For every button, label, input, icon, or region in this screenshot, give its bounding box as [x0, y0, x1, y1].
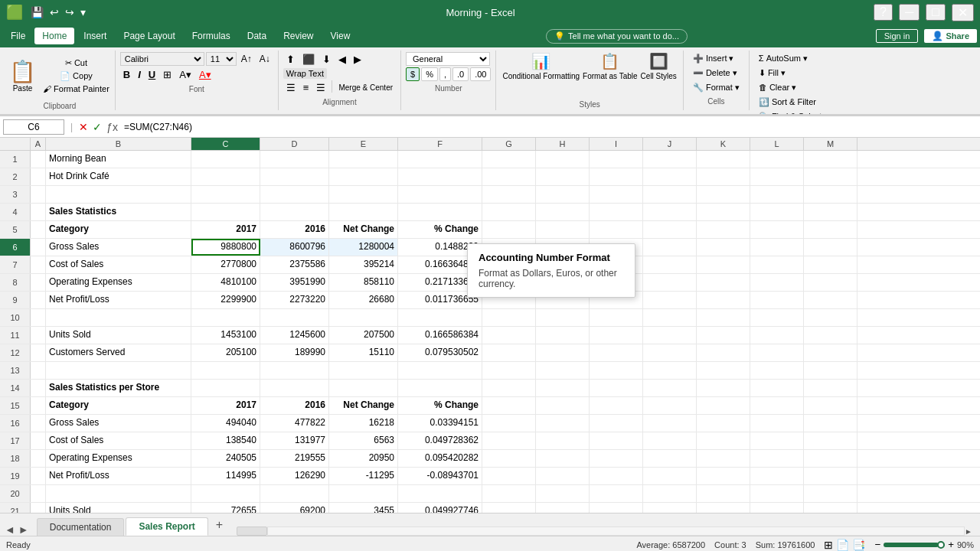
cell-j16[interactable] — [643, 415, 697, 432]
col-header-G[interactable]: G — [482, 138, 536, 150]
insert-function-icon[interactable]: ƒx — [106, 121, 118, 133]
cell-i1[interactable] — [590, 151, 643, 168]
cell-g4[interactable] — [482, 204, 536, 220]
cell-j3[interactable] — [643, 186, 697, 203]
cell-i19[interactable] — [590, 468, 643, 484]
formula-input[interactable] — [121, 122, 977, 132]
cell-m14[interactable] — [804, 380, 858, 396]
decrease-decimal-button[interactable]: .00 — [470, 67, 491, 81]
cell-c3[interactable] — [191, 186, 260, 203]
cell-i14[interactable] — [590, 380, 643, 396]
add-sheet-button[interactable]: + — [210, 516, 229, 534]
fill-color-button[interactable]: A▾ — [176, 67, 194, 82]
cell-c13[interactable] — [191, 362, 260, 379]
cell-g16[interactable] — [482, 415, 536, 432]
cell-e10[interactable] — [329, 309, 398, 326]
cell-i12[interactable] — [590, 344, 643, 361]
cell-a9[interactable] — [31, 292, 46, 308]
cell-i11[interactable] — [590, 327, 643, 344]
col-header-I[interactable]: I — [590, 138, 643, 150]
cell-e20[interactable] — [329, 485, 398, 502]
cell-b1[interactable]: Morning Bean — [46, 151, 191, 168]
scroll-right[interactable]: ► — [965, 527, 972, 536]
cell-g1[interactable] — [482, 151, 536, 168]
delete-cells-button[interactable]: ➖ Delete ▾ — [688, 67, 744, 80]
cell-e12[interactable]: 15110 — [329, 344, 398, 361]
cell-c21[interactable]: 72655 — [191, 503, 260, 513]
cell-f5[interactable]: % Change — [398, 221, 482, 238]
cell-a11[interactable] — [31, 327, 46, 344]
cell-a16[interactable] — [31, 415, 46, 432]
menu-view[interactable]: View — [323, 28, 358, 44]
cell-e18[interactable]: 20950 — [329, 450, 398, 467]
cell-m1[interactable] — [804, 151, 858, 168]
cell-e21[interactable]: 3455 — [329, 503, 398, 513]
cell-j6[interactable] — [643, 239, 697, 256]
cell-k15[interactable] — [697, 397, 750, 414]
row-number[interactable]: 10 — [0, 309, 31, 326]
cell-b10[interactable] — [46, 309, 191, 326]
cell-j4[interactable] — [643, 204, 697, 220]
cell-styles-button[interactable]: 🔲 Cell Styles — [641, 52, 677, 80]
cell-d8[interactable]: 3951990 — [260, 274, 329, 291]
tab-sales-report[interactable]: Sales Report — [126, 517, 207, 536]
align-bottom-button[interactable]: ⬇ — [319, 52, 334, 67]
cell-d10[interactable] — [260, 309, 329, 326]
save-button[interactable]: 💾 — [29, 6, 45, 18]
cell-b20[interactable] — [46, 485, 191, 502]
format-as-table-button[interactable]: 📋 Format as Table — [583, 52, 638, 80]
cell-d1[interactable] — [260, 151, 329, 168]
menu-file[interactable]: File — [3, 28, 33, 44]
cell-h10[interactable] — [536, 309, 590, 326]
cell-k4[interactable] — [697, 204, 750, 220]
cell-i5[interactable] — [590, 221, 643, 238]
cell-d2[interactable] — [260, 168, 329, 185]
cell-l3[interactable] — [750, 186, 804, 203]
cell-d20[interactable] — [260, 485, 329, 502]
cell-l6[interactable] — [750, 239, 804, 256]
tab-documentation[interactable]: Documentation — [37, 518, 125, 536]
cell-g20[interactable] — [482, 485, 536, 502]
cell-m12[interactable] — [804, 344, 858, 361]
customize-qat-button[interactable]: ▾ — [79, 6, 87, 18]
cell-b2[interactable]: Hot Drink Café — [46, 168, 191, 185]
cell-b17[interactable]: Cost of Sales — [46, 432, 191, 449]
cell-c2[interactable] — [191, 168, 260, 185]
cell-d4[interactable] — [260, 204, 329, 220]
italic-button[interactable]: I — [135, 67, 144, 82]
cell-f15[interactable]: % Change — [398, 397, 482, 414]
row-number[interactable]: 21 — [0, 503, 31, 513]
cell-j15[interactable] — [643, 397, 697, 414]
cell-g12[interactable] — [482, 344, 536, 361]
cell-k20[interactable] — [697, 485, 750, 502]
cell-l5[interactable] — [750, 221, 804, 238]
normal-view-button[interactable]: ⊞ — [824, 539, 833, 551]
conditional-formatting-button[interactable]: 📊 Conditional Formatting — [502, 52, 580, 80]
cell-m21[interactable] — [804, 503, 858, 513]
cell-i20[interactable] — [590, 485, 643, 502]
col-header-L[interactable]: L — [750, 138, 804, 150]
cell-k9[interactable] — [697, 292, 750, 308]
cell-a21[interactable] — [31, 503, 46, 513]
cell-d5[interactable]: 2016 — [260, 221, 329, 238]
cell-i4[interactable] — [590, 204, 643, 220]
cell-m3[interactable] — [804, 186, 858, 203]
merge-center-button[interactable]: Merge & Center — [335, 80, 396, 95]
menu-home[interactable]: Home — [34, 28, 74, 44]
cell-k5[interactable] — [697, 221, 750, 238]
cell-l17[interactable] — [750, 432, 804, 449]
cell-l1[interactable] — [750, 151, 804, 168]
zoom-thumb[interactable] — [937, 541, 945, 549]
cell-f12[interactable]: 0.079530502 — [398, 344, 482, 361]
cell-m11[interactable] — [804, 327, 858, 344]
row-number[interactable]: 5 — [0, 221, 31, 238]
zoom-slider[interactable] — [884, 543, 945, 547]
cell-m10[interactable] — [804, 309, 858, 326]
border-button[interactable]: ⊞ — [160, 67, 175, 82]
cell-k11[interactable] — [697, 327, 750, 344]
row-number[interactable]: 15 — [0, 397, 31, 414]
cell-m20[interactable] — [804, 485, 858, 502]
horizontal-scrollbar[interactable] — [237, 527, 267, 536]
col-header-K[interactable]: K — [697, 138, 750, 150]
cell-k8[interactable] — [697, 274, 750, 291]
